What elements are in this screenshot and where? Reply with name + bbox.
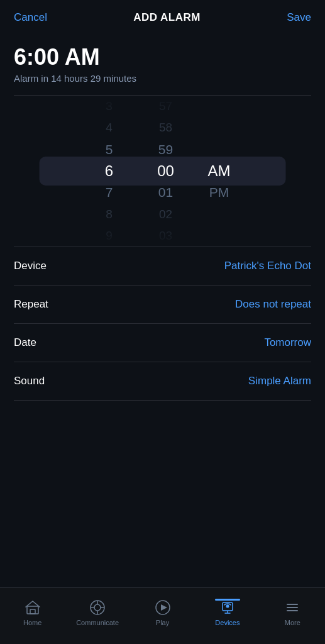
- picker-hour-5: 5: [81, 139, 138, 160]
- date-label: Date: [14, 336, 36, 349]
- picker-ampm-column[interactable]: AM PM: [194, 96, 245, 247]
- picker-period-empty-5: [194, 225, 245, 247]
- nav-label-devices: Devices: [215, 619, 240, 626]
- picker-minute-03: 03: [138, 225, 194, 247]
- sound-row[interactable]: Sound Simple Alarm: [14, 362, 311, 401]
- nav-active-indicator: [215, 599, 240, 601]
- picker-period-empty-3: [194, 139, 245, 160]
- repeat-row[interactable]: Repeat Does not repeat: [14, 286, 311, 324]
- nav-item-communicate[interactable]: Communicate: [65, 599, 129, 626]
- header: Cancel ADD ALARM Save: [0, 0, 325, 33]
- picker-minutes-column[interactable]: 57 58 59 00 01 02 03: [138, 96, 194, 247]
- time-value: 6:00 AM: [14, 44, 311, 70]
- nav-label-communicate: Communicate: [76, 619, 119, 626]
- svg-rect-0: [27, 606, 38, 614]
- picker-minute-59: 59: [138, 139, 194, 160]
- devices-icon: [219, 599, 236, 616]
- nav-item-devices[interactable]: Devices: [195, 599, 260, 626]
- picker-hour-6: 6: [81, 160, 138, 182]
- device-label: Device: [14, 260, 47, 272]
- picker-minute-01: 01: [138, 182, 194, 203]
- time-display: 6:00 AM Alarm in 14 hours 29 minutes: [0, 33, 325, 95]
- nav-item-home[interactable]: Home: [0, 599, 65, 626]
- picker-hour-9: 9: [81, 225, 138, 247]
- picker-hour-4: 4: [81, 117, 138, 138]
- time-subtitle: Alarm in 14 hours 29 minutes: [14, 73, 311, 84]
- settings-section: Device Patrick's Echo Dot Repeat Does no…: [0, 247, 325, 401]
- picker-hour-7: 7: [81, 182, 138, 203]
- date-row[interactable]: Date Tomorrow: [14, 324, 311, 362]
- picker-minute-57: 57: [138, 96, 194, 117]
- picker-minute-02: 02: [138, 203, 194, 225]
- nav-item-play[interactable]: Play: [130, 599, 195, 626]
- svg-point-7: [226, 605, 229, 608]
- date-value: Tomorrow: [264, 336, 311, 349]
- picker-hours-column[interactable]: 3 4 5 6 7 8 9: [81, 96, 138, 247]
- svg-marker-5: [161, 604, 167, 611]
- sound-label: Sound: [14, 375, 45, 387]
- picker-period-empty-4: [194, 203, 245, 225]
- repeat-value: Does not repeat: [235, 298, 311, 311]
- page-title: ADD ALARM: [133, 11, 201, 24]
- picker-period-empty-1: [194, 96, 245, 117]
- picker-period-empty-2: [194, 117, 245, 138]
- picker-minute-00: 00: [138, 160, 194, 182]
- more-icon: [284, 599, 300, 616]
- home-icon: [25, 599, 41, 616]
- cancel-button[interactable]: Cancel: [14, 11, 47, 24]
- picker-columns: 3 4 5 6 7 8 9 57 58 59 00 01 02 03 AM PM: [0, 96, 325, 247]
- nav-label-more: More: [285, 619, 300, 626]
- picker-hour-8: 8: [81, 203, 138, 225]
- device-row[interactable]: Device Patrick's Echo Dot: [14, 247, 311, 286]
- nav-label-home: Home: [23, 619, 41, 626]
- picker-minute-58: 58: [138, 117, 194, 138]
- sound-value: Simple Alarm: [248, 375, 311, 387]
- repeat-label: Repeat: [14, 298, 48, 311]
- play-icon: [155, 599, 171, 616]
- nav-item-more[interactable]: More: [260, 599, 325, 626]
- time-picker[interactable]: 3 4 5 6 7 8 9 57 58 59 00 01 02 03 AM PM: [0, 96, 325, 247]
- nav-label-play: Play: [156, 619, 169, 626]
- picker-hour-3: 3: [81, 96, 138, 117]
- device-value: Patrick's Echo Dot: [224, 260, 311, 272]
- picker-period-am: AM: [194, 160, 245, 182]
- svg-rect-1: [30, 609, 35, 614]
- bottom-nav: Home Communicate Play: [0, 587, 325, 644]
- picker-period-pm: PM: [194, 182, 245, 203]
- communicate-icon: [89, 599, 106, 616]
- save-button[interactable]: Save: [287, 11, 311, 24]
- svg-point-3: [94, 604, 101, 611]
